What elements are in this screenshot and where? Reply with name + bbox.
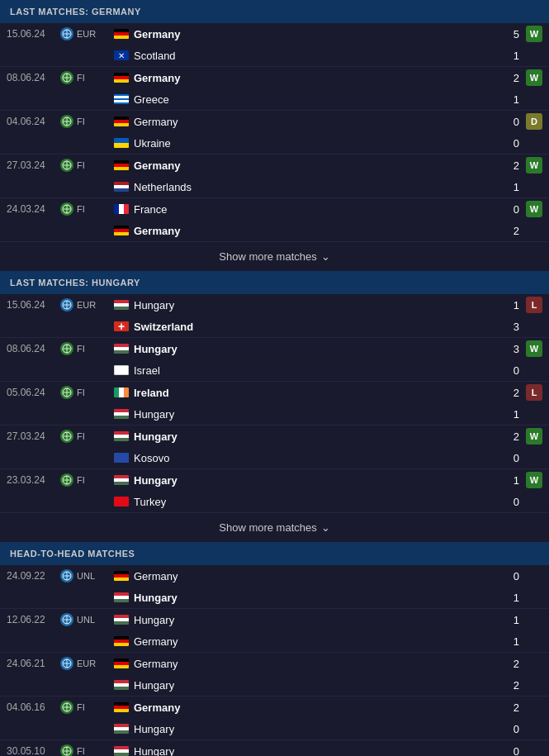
badge-spacer xyxy=(526,135,542,151)
match-competition: UNL xyxy=(60,569,114,582)
team1-name: Hungary xyxy=(134,343,177,355)
team2-cell: Hungary xyxy=(114,408,495,421)
team2-name: Hungary xyxy=(134,408,174,421)
match-group: 24.06.21EURGermany2Hungary2 xyxy=(0,653,549,697)
team1-name: Germany xyxy=(134,72,180,84)
team1-name: Hungary xyxy=(134,430,177,443)
match-date: 05.06.24 xyxy=(7,387,60,398)
competition-label: FI xyxy=(77,344,85,354)
match-row-bottom: Hungary1 xyxy=(0,587,549,608)
team1-cell: Hungary xyxy=(114,474,495,487)
team1-name: Germany xyxy=(134,116,177,128)
result-badge: W xyxy=(526,201,542,217)
result-badge: W xyxy=(526,472,542,488)
match-competition: FI xyxy=(60,744,114,756)
team2-cell: Hungary xyxy=(114,723,495,735)
section-header: LAST MATCHES: GERMANY xyxy=(0,0,549,23)
team2-cell: Hungary xyxy=(114,679,495,692)
match-competition: FI xyxy=(60,159,114,172)
team1-name: Ireland xyxy=(134,387,169,399)
badge-spacer xyxy=(526,493,542,510)
team2-cell: Turkey xyxy=(114,496,495,508)
match-row-top: 12.06.22UNLHungary1 xyxy=(0,609,549,630)
match-group: 08.06.24FIGermany2WGreece1 xyxy=(0,67,549,111)
competition-icon xyxy=(60,701,73,714)
match-row-bottom: Hungary0 xyxy=(0,718,549,739)
team1-cell: Hungary xyxy=(114,614,495,626)
match-group: 15.06.24EURHungary1LSwitzerland3 xyxy=(0,294,549,338)
team1-score: 2 xyxy=(495,159,519,172)
match-date: 27.03.24 xyxy=(7,159,60,171)
match-row-bottom: Switzerland3 xyxy=(0,316,549,337)
result-badge: W xyxy=(526,26,542,42)
badge-spacer xyxy=(526,406,542,422)
team1-name: Hungary xyxy=(134,614,174,626)
match-row-top: 24.09.22UNLGermany0 xyxy=(0,565,549,587)
competition-icon xyxy=(60,71,73,84)
team1-flag xyxy=(114,300,129,310)
match-competition: FI xyxy=(60,430,114,443)
team2-score: 1 xyxy=(495,181,519,193)
match-competition: FI xyxy=(60,115,114,128)
competition-icon xyxy=(60,473,73,487)
result-badge: L xyxy=(526,384,542,401)
team1-cell: Hungary xyxy=(114,299,495,311)
show-more-label: Show more matches xyxy=(219,250,317,263)
show-more-button[interactable]: Show more matches ⌄ xyxy=(0,513,549,542)
team1-cell: Germany xyxy=(114,28,495,40)
team1-cell: Germany xyxy=(114,701,495,714)
section-last-germany: LAST MATCHES: GERMANY15.06.24EURGermany5… xyxy=(0,0,549,271)
competition-icon xyxy=(60,342,73,355)
team2-cell: Hungary xyxy=(114,592,495,604)
team2-name: Hungary xyxy=(134,592,177,604)
team1-cell: Germany xyxy=(114,658,495,670)
team1-flag xyxy=(114,615,129,625)
match-date: 24.09.22 xyxy=(7,570,60,582)
team2-cell: Greece xyxy=(114,93,495,106)
competition-icon xyxy=(60,657,73,670)
team1-score: 2 xyxy=(495,387,519,399)
match-group: 08.06.24FIHungary3WIsrael0 xyxy=(0,338,549,382)
team2-flag xyxy=(114,321,129,331)
competition-label: EUR xyxy=(77,659,96,668)
team2-name: Kosovo xyxy=(134,452,169,464)
match-row-top: 23.03.24FIHungary1W xyxy=(0,469,549,491)
competition-label: EUR xyxy=(77,300,96,310)
match-row-bottom: Germany2 xyxy=(0,220,549,241)
result-badge: W xyxy=(526,340,542,357)
team1-name: France xyxy=(134,203,167,216)
match-row-top: 05.06.24FIIreland2L xyxy=(0,382,549,403)
show-more-button[interactable]: Show more matches ⌄ xyxy=(0,242,549,271)
team1-name: Hungary xyxy=(134,474,177,487)
team1-score: 1 xyxy=(495,614,519,626)
result-placeholder xyxy=(526,655,542,672)
result-badge: W xyxy=(526,157,542,174)
team2-name: Netherlands xyxy=(134,181,192,193)
team2-flag xyxy=(114,497,129,506)
result-badge: W xyxy=(526,69,542,86)
competition-label: FI xyxy=(77,116,85,126)
competition-label: UNL xyxy=(77,571,95,581)
badge-spacer xyxy=(526,47,542,64)
result-placeholder xyxy=(526,743,542,756)
team2-name: Ukraine xyxy=(134,137,171,150)
team1-flag xyxy=(114,571,129,581)
match-group: 27.03.24FIGermany2WNetherlands1 xyxy=(0,155,549,198)
result-badge: W xyxy=(526,428,542,445)
match-date: 08.06.24 xyxy=(7,72,60,83)
team2-score: 0 xyxy=(495,496,519,508)
team2-flag xyxy=(114,592,129,602)
team1-cell: France xyxy=(114,203,495,216)
match-date: 23.03.24 xyxy=(7,474,60,486)
team2-flag xyxy=(114,409,129,419)
team2-cell: Switzerland xyxy=(114,321,495,333)
competition-label: EUR xyxy=(77,29,96,39)
match-date: 30.05.10 xyxy=(7,745,60,756)
competition-label: FI xyxy=(77,160,85,170)
team2-name: Hungary xyxy=(134,723,174,735)
match-date: 04.06.16 xyxy=(7,701,60,713)
team1-flag xyxy=(114,475,129,485)
competition-label: FI xyxy=(77,746,85,756)
team2-name: Israel xyxy=(134,364,160,377)
result-placeholder xyxy=(526,611,542,628)
